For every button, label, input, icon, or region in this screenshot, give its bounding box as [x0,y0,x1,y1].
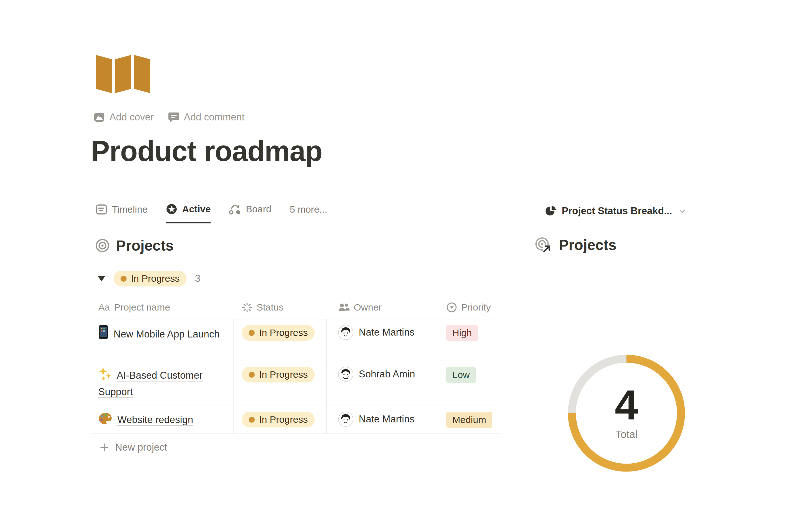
priority-tag: High [446,325,478,341]
status-dot-icon [249,417,255,423]
column-label-owner: Owner [354,302,382,313]
status-label: In Progress [259,327,308,338]
target-arrow-icon [535,237,553,253]
status-dot-icon [249,330,255,336]
owner-name: Sohrab Amin [359,369,415,380]
timeline-icon [96,205,107,215]
tabs-divider-right [535,226,719,226]
priority-tag: Medium [446,412,492,428]
notion-page: Add cover Add comment Product roadmap [0,0,812,507]
avatar-nate-martins [338,325,353,340]
cell-owner[interactable]: Nate Martins [327,320,439,360]
cell-status[interactable]: In Progress [234,406,327,434]
cell-project-name[interactable]: Website redesign [92,406,234,434]
tab-more-label: 5 more... [290,204,327,215]
plus-icon [100,443,109,452]
chart-view-tab[interactable]: Project Status Breakd... [545,205,687,217]
board-icon [229,204,241,215]
tabs-divider-left [92,226,475,226]
star-circle-icon [166,204,177,215]
chart-tab-label: Project Status Breakd... [562,205,672,217]
status-label: In Progress [259,414,308,425]
column-label-project-name: Project name [114,302,170,313]
column-header-project-name[interactable]: Aa Project name [92,296,234,319]
projects-linked-heading: Projects [535,236,617,253]
donut-total-label: Total [563,429,690,441]
tab-active-label: Active [182,204,211,215]
cell-project-name[interactable]: AI-Based Customer Support [92,361,234,406]
project-link[interactable]: Website redesign [117,414,193,426]
tab-board[interactable]: Board [229,204,271,223]
tab-board-label: Board [246,204,271,215]
cell-status[interactable]: In Progress [234,320,327,360]
status-dot-icon [120,276,126,282]
cell-priority[interactable]: Medium [439,406,501,434]
status-dot-icon [249,372,255,378]
group-header: In Progress 3 [98,271,200,286]
tab-more[interactable]: 5 more... [290,204,327,223]
triangle-down-icon[interactable] [98,276,105,281]
avatar-sohrab-amin [338,367,353,382]
donut-total-value: 4 [563,384,690,426]
column-header-status[interactable]: Status [234,296,327,319]
tab-active[interactable]: Active [166,204,211,223]
tab-timeline[interactable]: Timeline [96,204,148,223]
comment-icon [168,112,179,123]
cell-status[interactable]: In Progress [234,361,327,406]
group-status-pill[interactable]: In Progress [113,271,187,286]
view-tabs: Timeline Active Board [96,204,327,223]
page-title: Product roadmap [91,135,322,168]
project-link[interactable]: AI-Based Customer Support [98,370,203,398]
cell-priority[interactable]: Low [439,361,501,406]
tab-timeline-label: Timeline [112,204,148,215]
priority-icon [446,302,457,313]
sparkles-emoji [98,367,112,381]
avatar-nate-martins [338,412,353,427]
page-actions: Add cover Add comment [94,112,245,123]
owner-name: Nate Martins [359,413,415,425]
cell-priority[interactable]: High [439,320,501,360]
page-emoji-map-icon[interactable] [95,48,151,93]
people-icon [338,302,350,313]
owner-name: Nate Martins [359,327,415,338]
add-comment-label: Add comment [184,112,245,123]
table-row: AI-Based Customer Support In Progress [92,360,501,406]
priority-tag: Low [446,367,476,383]
projects-heading: Projects [95,237,174,254]
chevron-down-icon[interactable] [677,206,687,216]
add-cover-label: Add cover [109,112,154,123]
column-label-status: Status [257,302,284,313]
add-cover-button[interactable]: Add cover [94,112,154,123]
cell-owner[interactable]: Nate Martins [327,406,439,434]
projects-heading-label[interactable]: Projects [116,237,174,254]
column-header-owner[interactable]: Owner [327,296,439,319]
table-row: Website redesign In Progress [92,406,501,434]
status-label: In Progress [259,369,308,380]
column-header-priority[interactable]: Priority [439,296,501,319]
pie-chart-icon [545,205,556,217]
column-label-priority: Priority [461,302,491,313]
target-icon [95,238,110,253]
projects-table: Aa Project name Status [92,296,501,461]
add-comment-button[interactable]: Add comment [168,112,245,123]
projects-linked-heading-label[interactable]: Projects [559,236,617,253]
mobile-phone-emoji [98,325,108,339]
table-header-row: Aa Project name Status [92,296,501,319]
cell-owner[interactable]: Sohrab Amin [327,361,439,406]
table-row: New Mobile App Launch In Progress [92,319,501,360]
new-project-label: New project [115,442,167,453]
text-icon: Aa [98,302,110,313]
status-spinner-icon [242,302,252,313]
image-icon [94,112,105,123]
new-project-button[interactable]: New project [92,434,501,461]
group-count: 3 [195,273,200,284]
group-status-label: In Progress [131,273,180,284]
palette-emoji [98,412,112,425]
cell-project-name[interactable]: New Mobile App Launch [92,320,234,360]
project-link[interactable]: New Mobile App Launch [113,329,219,340]
